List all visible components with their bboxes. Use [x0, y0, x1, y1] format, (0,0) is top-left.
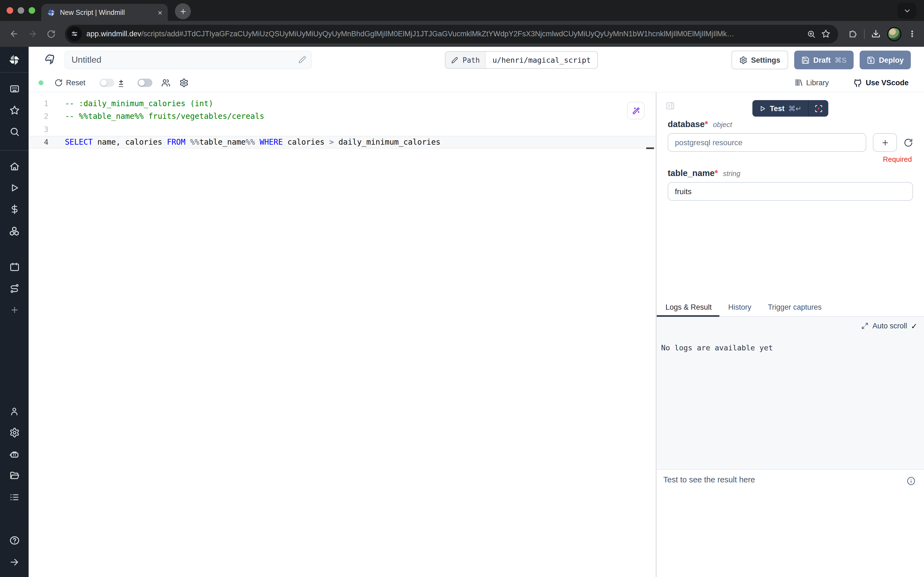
code-editor[interactable]: 1-- :daily_minimum_calories (int)2-- %%t… [29, 92, 655, 577]
tab-close-icon[interactable]: × [158, 8, 162, 16]
collab-toggle[interactable] [137, 78, 152, 87]
user-icon [10, 406, 19, 416]
arrow-right-icon [28, 29, 37, 39]
draft-button[interactable]: Draft ⌘S [794, 51, 853, 69]
tab-search-button[interactable] [898, 3, 916, 19]
use-vscode-label: Use VScode [866, 78, 909, 87]
sidebar-item-add[interactable] [0, 299, 29, 321]
sidebar-item-search[interactable] [0, 121, 29, 142]
gear-icon [9, 427, 19, 438]
add-resource-button[interactable] [873, 133, 897, 152]
list-icon [10, 492, 19, 502]
library-label: Library [806, 78, 829, 87]
close-window-button[interactable] [6, 7, 13, 14]
status-dot [39, 80, 43, 85]
panel-tabs: Logs & Result History Trigger captures [657, 303, 924, 317]
pencil-icon [451, 56, 458, 63]
script-name-input[interactable] [64, 51, 312, 69]
required-asterisk: * [705, 119, 708, 129]
window-controls [6, 7, 35, 14]
test-button[interactable]: Test ⌘↵ [752, 100, 808, 117]
address-bar[interactable]: app.windmill.dev/scripts/add#JTdCJTIyaGF… [65, 24, 838, 43]
code-text: SELECT name, calories FROM %%table_name%… [65, 138, 441, 147]
minimize-window-button[interactable] [18, 7, 24, 14]
arrow-left-icon [9, 29, 18, 39]
extensions-icon[interactable] [848, 29, 858, 39]
autoscroll-checkmark[interactable]: ✓ [911, 321, 918, 330]
reset-button[interactable]: Reset [55, 78, 85, 87]
line-number: 4 [29, 138, 58, 147]
reload-button[interactable] [43, 26, 60, 42]
autoscroll-label[interactable]: Auto scroll [872, 322, 907, 330]
site-settings-icon [71, 30, 78, 37]
sidebar-item-audit-logs[interactable] [0, 486, 29, 508]
route-icon [9, 283, 19, 294]
edit-name-pencil-icon[interactable] [298, 56, 306, 64]
sidebar-item-resources[interactable] [0, 220, 29, 242]
sidebar-item-routes[interactable] [0, 278, 29, 299]
zoom-window-button[interactable] [29, 7, 35, 14]
library-button[interactable]: Library [794, 78, 829, 87]
code-line[interactable]: 2-- %%table_name%% fruits/vegetables/cer… [29, 110, 655, 122]
settings-label: Settings [751, 56, 781, 64]
use-vscode-button[interactable]: Use VScode [853, 78, 909, 87]
folder-open-icon [9, 470, 19, 481]
sidebar-item-variables[interactable] [0, 198, 29, 220]
deploy-button[interactable]: Deploy [860, 51, 911, 69]
new-tab-button[interactable] [175, 3, 191, 19]
cursor-overview-mark [646, 147, 654, 149]
back-button[interactable] [5, 26, 22, 42]
code-line[interactable]: 1-- :daily_minimum_calories (int) [29, 97, 655, 110]
zoom-icon[interactable] [807, 29, 816, 38]
code-line[interactable]: 3 [29, 122, 655, 135]
refresh-resources-button[interactable] [904, 138, 913, 147]
sidebar-item-schedules[interactable] [0, 256, 29, 278]
settings-button[interactable]: Settings [731, 51, 788, 69]
reload-icon [47, 29, 56, 38]
expand-logs-icon[interactable] [861, 322, 868, 329]
forward-button[interactable] [24, 26, 41, 42]
test-split-button: Test ⌘↵ [752, 100, 828, 117]
sidebar-item-favorites[interactable] [0, 100, 29, 121]
dollar-icon [9, 204, 19, 214]
sidebar-item-workspace[interactable] [0, 78, 29, 100]
sidebar-item-help[interactable] [0, 530, 29, 551]
sidebar-expand-button[interactable] [0, 551, 29, 572]
save-icon [867, 56, 875, 64]
collaborators-icon[interactable] [161, 78, 171, 87]
capture-button[interactable] [809, 100, 829, 117]
path-chip[interactable]: Path u/henri/magical_script [445, 51, 598, 69]
browser-menu-icon[interactable] [908, 30, 916, 38]
windmill-logo[interactable] [8, 47, 20, 72]
database-resource-input[interactable] [668, 133, 866, 152]
star-icon [9, 105, 19, 116]
arrow-right-icon [10, 557, 19, 567]
diff-toggle[interactable] [100, 78, 115, 87]
info-icon[interactable] [906, 476, 916, 485]
result-pane: Test to see the result here [657, 469, 924, 577]
home-icon [9, 161, 19, 172]
sidebar-item-home[interactable] [0, 156, 29, 177]
deploy-label: Deploy [879, 56, 904, 64]
collapse-panel-button[interactable] [665, 101, 675, 111]
sidebar-item-settings[interactable] [0, 422, 29, 443]
sidebar-item-folders[interactable] [0, 465, 29, 486]
tab-logs-result[interactable]: Logs & Result [657, 303, 720, 316]
tab-trigger-captures[interactable]: Trigger captures [759, 303, 829, 316]
browser-tab[interactable]: New Script | Windmill × [41, 4, 168, 21]
site-info-button[interactable] [67, 26, 82, 41]
bookmark-star-icon[interactable] [821, 29, 831, 39]
code-line[interactable]: 4SELECT name, calories FROM %%table_name… [29, 135, 655, 148]
sidebar-item-workers[interactable] [0, 443, 29, 465]
table-name-input[interactable] [668, 182, 913, 201]
editor-settings-icon[interactable] [179, 78, 188, 87]
path-label-segment: Path [446, 52, 486, 68]
browser-action-icons [844, 27, 919, 41]
tab-history[interactable]: History [720, 303, 759, 316]
profile-avatar[interactable] [887, 27, 901, 41]
sidebar-item-user[interactable] [0, 400, 29, 422]
help-icon [9, 535, 19, 546]
ai-assistant-button[interactable] [627, 102, 645, 119]
sidebar-item-runs[interactable] [0, 177, 29, 198]
downloads-icon[interactable] [871, 29, 881, 39]
